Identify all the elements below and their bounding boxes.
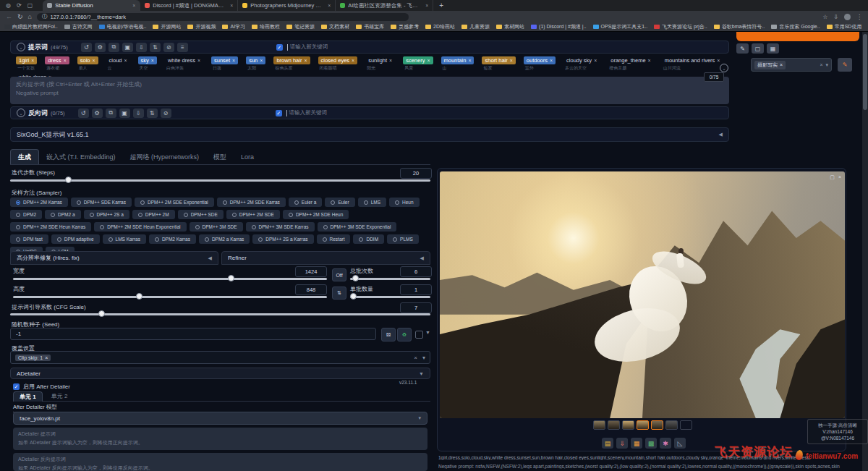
main-tab[interactable]: 嵌入式 (T.I. Embedding) <box>39 150 123 164</box>
adetailer-accordion[interactable]: ADetailer▼ <box>10 368 430 379</box>
list-icon[interactable]: ≡ <box>177 43 188 52</box>
extra-seed-checkbox[interactable] <box>415 331 423 339</box>
workspace-icon[interactable]: ▢ <box>27 2 33 9</box>
remove-tag-icon[interactable]: × <box>510 58 513 63</box>
gallery-thumbnail[interactable] <box>637 420 649 430</box>
save-image-button[interactable]: ⇓ <box>616 438 628 449</box>
sampler-option[interactable]: DPM2 a <box>45 210 80 219</box>
sort-icon[interactable]: ⇅ <box>147 109 158 118</box>
sampler-option[interactable]: DDIM <box>353 234 384 244</box>
prompt-tag[interactable]: 1girl × 一个女孩 <box>16 56 37 72</box>
prompt-tag[interactable]: mountains and rivers × 山川河流 <box>662 56 723 72</box>
remove-tag-icon[interactable]: × <box>648 58 651 63</box>
clear-all-icon[interactable]: × <box>414 355 417 361</box>
prompt-tag[interactable]: cloudy sky × 多云的天空 <box>563 56 600 72</box>
bookmark-star-icon[interactable]: ☆ <box>822 14 827 20</box>
browser-logo-icon[interactable]: ◍ <box>6 2 11 9</box>
swap-dimensions-button[interactable]: ⇅ <box>332 287 346 300</box>
gallery-thumbnail[interactable] <box>608 420 620 430</box>
height-value[interactable]: 848 <box>295 284 327 295</box>
width-slider[interactable] <box>13 278 327 280</box>
bookmark-item[interactable]: 常用SD使用 <box>827 23 862 30</box>
sampler-option[interactable]: DPM fast <box>10 234 48 244</box>
height-slider[interactable] <box>13 296 327 298</box>
sampler-option[interactable]: LMS Karras <box>103 234 146 244</box>
cfg-slider[interactable] <box>10 313 430 315</box>
scrollbar-thumb[interactable] <box>863 34 867 110</box>
grid-icon[interactable]: ▣ <box>122 43 133 52</box>
collapse-prompt-icon[interactable]: ⌄ <box>17 43 25 51</box>
fullscreen-icon[interactable]: ▢ <box>830 174 835 180</box>
sampler-option[interactable]: PLMS <box>387 234 419 244</box>
gallery-thumbnail[interactable] <box>593 420 605 430</box>
sampler-option[interactable]: Heun <box>389 198 420 207</box>
sampler-option[interactable]: LMS <box>358 198 386 207</box>
generated-image[interactable]: ▢ × <box>440 171 845 418</box>
tab-close-icon[interactable]: × <box>230 3 233 8</box>
send-to-inpaint-button[interactable]: ✱ <box>660 438 671 449</box>
open-folder-button[interactable]: ▤ <box>602 438 613 449</box>
negative-prompt-textarea[interactable]: 反向提示词 (按 Ctrl+Enter 或 Alt+Enter 开始生成) Ne… <box>10 77 729 104</box>
sampler-option[interactable]: Euler a <box>289 198 323 207</box>
sampler-option[interactable]: DPM2 a Karras <box>199 234 250 244</box>
bookmark-item[interactable]: OPS提示词工具支1.. <box>593 23 648 30</box>
adetailer-unit-tab[interactable]: 单元 2 <box>46 391 74 401</box>
refiner-accordion[interactable]: Refiner◀ <box>221 251 430 265</box>
copy-button[interactable]: ▢ <box>752 43 764 54</box>
sampler-option[interactable]: DPM++ 2S a <box>84 210 129 219</box>
style-select-field[interactable]: 摄影写实 × × ▾ <box>751 58 832 72</box>
sampler-option[interactable]: DPM++ 2M Karras <box>10 198 68 207</box>
hires-fix-accordion[interactable]: 高分辨率修复 (Hires. fix)◀ <box>10 251 218 265</box>
width-value[interactable]: 1424 <box>295 266 327 277</box>
remove-tag-icon[interactable]: × <box>232 58 235 63</box>
undo-icon[interactable]: ↺ <box>81 43 92 52</box>
clear-icon[interactable]: ⊘ <box>163 43 174 52</box>
prompt-tag[interactable]: dress × 连衣裙 <box>45 56 69 72</box>
gallery-thumbnail[interactable] <box>622 420 634 430</box>
close-preview-icon[interactable]: × <box>838 174 841 180</box>
refresh-icon[interactable]: ↻ <box>17 13 23 20</box>
keyword-checkbox[interactable]: ✓ <box>276 110 282 116</box>
bookmark-item[interactable]: 飞天资源论坛 prj合.. <box>654 23 707 30</box>
sampler-option[interactable]: Restart <box>317 234 351 244</box>
bookmark-item[interactable]: 灵感参考 <box>391 23 419 30</box>
bookmark-item[interactable]: 开源网站 <box>153 23 181 30</box>
new-tab-button[interactable]: + <box>439 1 443 9</box>
sampler-option[interactable]: DPM++ 2M <box>132 210 175 219</box>
copy-icon[interactable]: ⧉ <box>106 109 116 118</box>
prompt-tag[interactable]: brown hair × 棕色头发 <box>273 56 310 72</box>
profile-avatar[interactable] <box>844 14 851 20</box>
gallery-thumbnail[interactable] <box>651 420 663 430</box>
seed-input[interactable]: -1 <box>10 328 376 340</box>
apply-style-button[interactable]: ✎ <box>838 58 852 72</box>
send-to-extras-button[interactable]: ◺ <box>674 438 686 449</box>
sampler-option[interactable]: DPM++ 2M SDE Heun Karras <box>10 222 91 232</box>
adetailer-negative-textarea[interactable]: ADetailer 反向提示词 如果 ADetailer 反向提示词输入为空，则… <box>13 453 427 471</box>
browser-menu-icon[interactable]: ⋮ <box>856 14 862 20</box>
window-icons[interactable]: ◍⟳▢ <box>0 2 33 9</box>
prompt-tag[interactable]: scenery × 风景 <box>403 56 433 72</box>
prompt-tag[interactable]: sunlight × 阳光 <box>365 56 395 72</box>
gallery-thumbnail[interactable] <box>680 420 692 430</box>
tab-close-icon[interactable]: × <box>132 3 135 8</box>
prompt-tag[interactable]: mountain × 山 <box>441 56 475 72</box>
grid-icon[interactable]: ▣ <box>119 109 130 118</box>
send-to-img2img-button[interactable]: ▩ <box>645 438 657 449</box>
url-field[interactable]: ⓘ 127.0.0.1:7860/?__theme=dark <box>37 13 409 21</box>
bookmark-item[interactable]: 笔记资源 <box>286 23 315 30</box>
remove-tag-icon[interactable]: × <box>717 58 720 63</box>
prompt-tag[interactable]: closed eyes × 闭着眼睛 <box>318 56 358 72</box>
delete-button[interactable]: ▦ <box>767 43 779 54</box>
main-tab[interactable]: 生成 <box>10 149 39 164</box>
prompt-tag[interactable]: cloud × 云 <box>106 56 130 72</box>
bookmark-item[interactable]: 2D绘画站 <box>425 23 455 30</box>
save-icon[interactable]: ⇩ <box>133 109 144 118</box>
adetailer-prompt-textarea[interactable]: ADetailer 提示词 如果 ADetailer 提示词输入为空，则将使用正… <box>13 428 427 450</box>
styles-dropdown-icon[interactable]: ▾ <box>825 62 828 68</box>
batch-size-slider[interactable] <box>350 296 430 298</box>
remove-tag-icon[interactable]: × <box>594 58 597 63</box>
bookmark-item[interactable]: 绘画教程 <box>252 23 280 30</box>
browser-tab[interactable]: Stable Diffusion × <box>43 0 140 11</box>
bookmark-item[interactable]: 白嫖图片教程网Fol.. <box>4 23 58 30</box>
random-seed-button[interactable]: ⚄ <box>381 328 396 341</box>
